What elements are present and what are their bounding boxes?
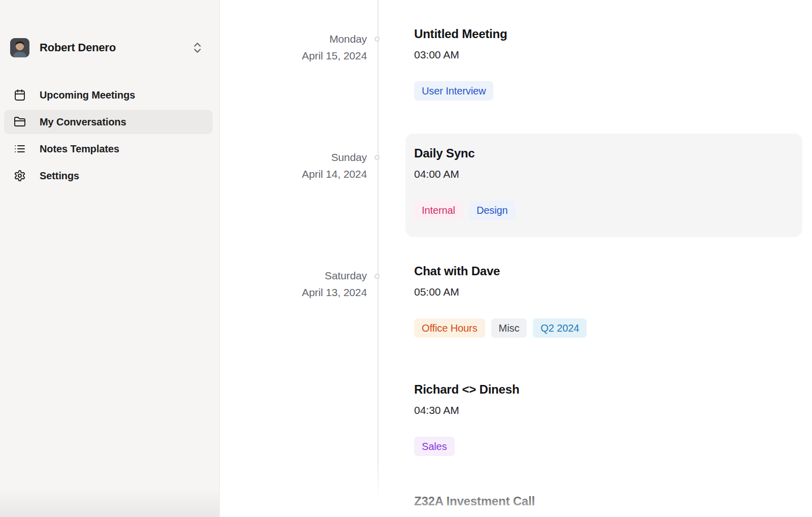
timeline-dot	[375, 155, 380, 160]
sidebar-item-my-conversations[interactable]: My Conversations	[4, 110, 213, 134]
date-group-label: Monday April 15, 2024	[220, 30, 367, 64]
avatar	[10, 38, 29, 57]
sidebar-nav: Upcoming Meetings My Conversations Notes…	[4, 83, 213, 190]
timeline-dot	[375, 274, 380, 279]
date-label: April 15, 2024	[220, 47, 367, 64]
meeting-tags: Sales	[414, 437, 519, 456]
sidebar-item-upcoming-meetings[interactable]: Upcoming Meetings	[4, 83, 213, 107]
meeting-tag[interactable]: Internal	[414, 201, 463, 220]
sidebar: Robert Denero Upcoming Meetings	[0, 0, 220, 517]
sidebar-item-settings[interactable]: Settings	[4, 164, 213, 188]
calendar-icon	[14, 89, 26, 101]
meeting-entry[interactable]: Daily Sync 04:00 AM Internal Design	[414, 146, 516, 220]
chevron-updown-icon	[191, 41, 204, 54]
meeting-time: 03:00 AM	[414, 48, 507, 61]
sidebar-item-label: Upcoming Meetings	[40, 89, 135, 101]
timeline-line	[378, 0, 379, 502]
meeting-entry[interactable]: Untitled Meeting 03:00 AM User Interview	[414, 26, 507, 101]
meeting-tags: Internal Design	[414, 201, 516, 220]
meeting-tag[interactable]: Office Hours	[414, 318, 485, 338]
day-label: Monday	[220, 30, 367, 47]
meeting-time: 04:00 AM	[414, 168, 516, 181]
meeting-tag[interactable]: Misc	[491, 318, 527, 338]
meeting-entry[interactable]: Chat with Dave 05:00 AM Office Hours Mis…	[414, 264, 587, 338]
meeting-title: Richard <> Dinesh	[414, 382, 519, 397]
meeting-tag[interactable]: Design	[469, 201, 516, 220]
folder-icon	[14, 116, 26, 128]
meeting-tag[interactable]: Sales	[414, 437, 455, 456]
sidebar-item-label: Settings	[40, 170, 79, 182]
date-label: April 13, 2024	[220, 284, 367, 301]
date-group-label: Saturday April 13, 2024	[220, 267, 367, 301]
list-icon	[14, 143, 26, 155]
meeting-title: Chat with Dave	[414, 264, 587, 279]
date-label: April 14, 2024	[220, 166, 367, 182]
meeting-time: 04:30 AM	[414, 404, 519, 417]
profile-switcher[interactable]: Robert Denero	[10, 38, 211, 58]
meeting-title: Z32A Investment Call	[414, 494, 535, 509]
meeting-title: Daily Sync	[414, 146, 516, 161]
meeting-entry-highlighted[interactable]: Daily Sync 04:00 AM Internal Design	[405, 134, 802, 237]
meeting-tags: User Interview	[414, 81, 507, 101]
meetings-app: Robert Denero Upcoming Meetings	[0, 0, 812, 517]
sidebar-item-notes-templates[interactable]: Notes Templates	[4, 137, 213, 161]
gear-icon	[14, 170, 26, 182]
meeting-tags: Office Hours Misc Q2 2024	[414, 318, 587, 338]
conversations-timeline: Monday April 15, 2024 Sunday April 14, 2…	[220, 0, 812, 517]
meeting-entry[interactable]: Z32A Investment Call	[414, 494, 535, 509]
day-label: Sunday	[220, 149, 367, 166]
meeting-time: 05:00 AM	[414, 285, 587, 299]
day-label: Saturday	[220, 267, 367, 284]
meeting-tag[interactable]: User Interview	[414, 81, 493, 101]
sidebar-item-label: Notes Templates	[40, 143, 119, 155]
meeting-entry[interactable]: Richard <> Dinesh 04:30 AM Sales	[414, 382, 519, 456]
date-group-label: Sunday April 14, 2024	[220, 149, 367, 182]
timeline-dot	[375, 37, 380, 42]
meeting-title: Untitled Meeting	[414, 26, 507, 42]
profile-name: Robert Denero	[40, 41, 191, 54]
sidebar-item-label: My Conversations	[40, 116, 126, 128]
meeting-tag[interactable]: Q2 2024	[533, 318, 587, 338]
